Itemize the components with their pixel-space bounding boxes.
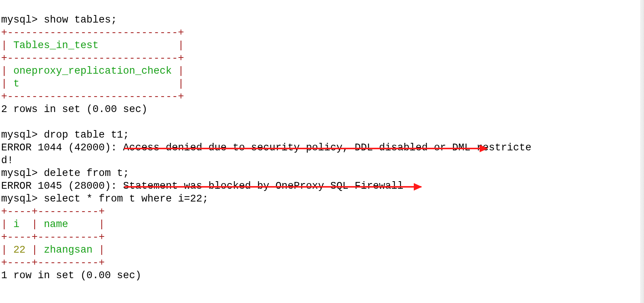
table2-border-mid: +----+----------+ xyxy=(1,232,105,243)
error1-msg-b: d! xyxy=(1,155,13,166)
prompt: mysql> xyxy=(1,168,44,179)
table1-row2: t xyxy=(7,78,178,89)
table1-border-bot: +----------------------------+ xyxy=(1,91,184,102)
terminal-output: mysql> show tables; +-------------------… xyxy=(0,0,644,303)
cmd-drop: drop table t1; xyxy=(44,129,129,141)
table2-summary: 1 row in set (0.00 sec) xyxy=(1,270,141,281)
cmd-show-tables: show tables; xyxy=(44,14,117,26)
table2-h-name: name xyxy=(38,219,99,230)
scrollbar[interactable] xyxy=(641,0,644,303)
table1-pipe: | xyxy=(1,65,7,77)
table2-border-top: +----+----------+ xyxy=(1,206,105,217)
table1-pipe: | xyxy=(178,40,184,51)
table2-pipe: | xyxy=(99,244,105,256)
error1-prefix: ERROR 1044 (42000): xyxy=(1,142,123,153)
error2-prefix: ERROR 1045 (28000): xyxy=(1,180,123,192)
table2-v-name: zhangsan xyxy=(38,244,99,256)
prompt: mysql> xyxy=(1,14,44,26)
table1-row1: oneproxy_replication_check xyxy=(7,65,178,77)
table1-pipe: | xyxy=(1,78,7,89)
cmd-select: select * from t where i=22; xyxy=(44,193,208,205)
table1-border-top: +----------------------------+ xyxy=(1,27,184,38)
table2-pipe: | xyxy=(1,219,7,230)
table1-header: Tables_in_test xyxy=(7,40,178,51)
table1-border-mid: +----------------------------+ xyxy=(1,53,184,64)
table2-h-i: i xyxy=(7,219,32,230)
table2-pipe: | xyxy=(32,244,38,256)
error2-msg: Statement was blocked by OneProxy SQL Fi… xyxy=(123,180,403,192)
error1-msg-a: Access denied due to security policy, DD… xyxy=(123,142,532,153)
table1-pipe: | xyxy=(1,40,7,51)
cmd-delete: delete from t; xyxy=(44,168,129,179)
prompt: mysql> xyxy=(1,129,44,141)
table2-pipe: | xyxy=(99,219,105,230)
table1-pipe: | xyxy=(178,78,184,89)
table2-pipe: | xyxy=(1,244,7,256)
table1-pipe: | xyxy=(178,65,184,77)
table2-pipe: | xyxy=(32,219,38,230)
table1-summary: 2 rows in set (0.00 sec) xyxy=(1,104,147,115)
prompt: mysql> xyxy=(1,193,44,205)
table2-border-bot: +----+----------+ xyxy=(1,257,105,268)
table2-v-i: 22 xyxy=(7,244,32,256)
